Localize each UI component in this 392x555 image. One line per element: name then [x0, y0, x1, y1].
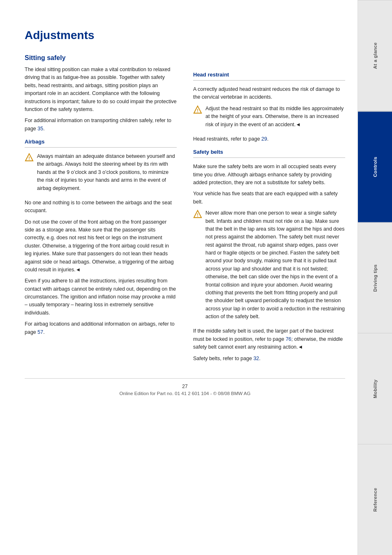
svg-text:!: ! — [28, 156, 30, 161]
page-title: Adjustments — [25, 29, 345, 42]
head-restraint-warning-text: Adjust the head restraint so that its mi… — [205, 105, 345, 129]
safety-belts-para2: Your vehicle has five seats that are eac… — [193, 190, 345, 206]
link-safety-belts-32[interactable]: 32 — [254, 356, 259, 361]
head-restraint-para1: A correctly adjusted head restraint redu… — [193, 86, 345, 102]
safety-belts-warning-block: ! Never allow more than one person to we… — [193, 209, 345, 324]
sitting-safely-title: Sitting safely — [25, 54, 345, 62]
safety-belts-warning-text: Never allow more than one person to wear… — [205, 209, 345, 321]
right-column: Head restraint A correctly adjusted head… — [193, 66, 345, 366]
main-content: Adjustments Sitting safely The ideal sit… — [0, 0, 357, 555]
sidebar-tab-controls[interactable]: Controls — [358, 111, 392, 222]
two-column-layout: The ideal sitting position can make a vi… — [25, 66, 345, 366]
airbags-title: Airbags — [25, 139, 177, 145]
sidebar-tabs: At a glance Controls Driving tips Mobili… — [358, 0, 392, 555]
head-restraint-warning-block: ! Adjust the head restraint so that its … — [193, 105, 345, 132]
left-column: The ideal sitting position can make a vi… — [25, 66, 181, 366]
safety-belts-para3: If the middle safety belt is used, the l… — [193, 327, 345, 351]
airbags-para2: No one and nothing is to come between th… — [25, 199, 177, 215]
sitting-safely-intro-p2: For additional information on transporti… — [25, 117, 177, 133]
page-number: 27 — [25, 384, 345, 389]
sidebar-tab-driving-tips[interactable]: Driving tips — [358, 222, 392, 333]
page-container: Adjustments Sitting safely The ideal sit… — [0, 0, 392, 555]
sitting-safely-intro-p1: The ideal sitting position can make a vi… — [25, 66, 177, 113]
sidebar: At a glance Controls Driving tips Mobili… — [357, 0, 392, 555]
safety-belts-divider — [193, 157, 345, 158]
link-airbags[interactable]: 57 — [37, 329, 43, 335]
head-restraint-warning-icon: ! — [193, 105, 202, 114]
svg-text:!: ! — [197, 213, 198, 217]
sidebar-tab-reference[interactable]: Reference — [358, 444, 392, 555]
airbags-warning-icon: ! — [25, 153, 34, 162]
footer-text: Online Edition for Part no. 01 41 2 601 … — [25, 391, 345, 396]
head-restraint-divider — [193, 80, 345, 81]
safety-belts-title: Safety belts — [193, 149, 345, 155]
link-safety-belt-76[interactable]: 76 — [286, 336, 291, 342]
safety-belts-para4: Safety belts, refer to page 32. — [193, 355, 345, 363]
head-restraint-para2: Head restraints, refer to page 29. — [193, 135, 345, 143]
airbags-para3: Do not use the cover of the front airbag… — [25, 218, 177, 274]
svg-text:!: ! — [197, 108, 198, 113]
airbags-warning-text: Always maintain an adequate distance bet… — [37, 153, 177, 192]
airbags-para4: Even if you adhere to all the instructio… — [25, 277, 177, 317]
head-restraint-title: Head restraint — [193, 72, 345, 78]
sidebar-tab-mobility[interactable]: Mobility — [358, 333, 392, 444]
airbags-divider — [25, 147, 177, 148]
link-children[interactable]: 35 — [37, 126, 43, 132]
footer: 27 Online Edition for Part no. 01 41 2 6… — [25, 378, 345, 396]
safety-belts-warning-icon: ! — [193, 210, 202, 219]
airbags-para5: For airbag locations and additional info… — [25, 320, 177, 336]
link-head-restraints[interactable]: 29 — [261, 136, 267, 142]
sidebar-tab-at-a-glance[interactable]: At a glance — [358, 0, 392, 111]
airbags-warning-block: ! Always maintain an adequate distance b… — [25, 153, 177, 196]
safety-belts-para1: Make sure the safety belts are worn in a… — [193, 163, 345, 187]
